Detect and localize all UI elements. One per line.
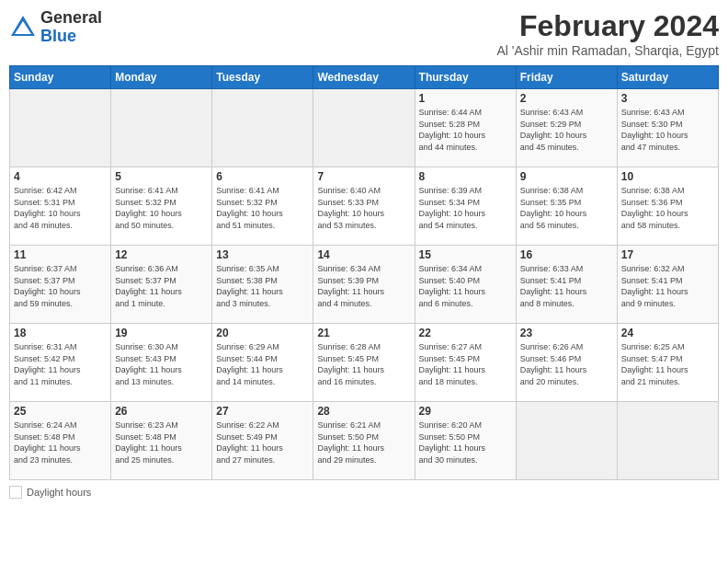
table-row: 23Sunrise: 6:26 AM Sunset: 5:46 PM Dayli… <box>516 324 617 402</box>
calendar-week-row: 25Sunrise: 6:24 AM Sunset: 5:48 PM Dayli… <box>10 402 719 480</box>
table-row: 7Sunrise: 6:40 AM Sunset: 5:33 PM Daylig… <box>313 167 415 246</box>
table-row: 22Sunrise: 6:27 AM Sunset: 5:45 PM Dayli… <box>415 324 516 402</box>
day-number: 7 <box>317 170 410 183</box>
col-monday: Monday <box>111 66 212 89</box>
table-row: 12Sunrise: 6:36 AM Sunset: 5:37 PM Dayli… <box>111 246 212 324</box>
day-info: Sunrise: 6:27 AM Sunset: 5:45 PM Dayligh… <box>419 341 512 387</box>
day-info: Sunrise: 6:36 AM Sunset: 5:37 PM Dayligh… <box>115 263 208 309</box>
col-tuesday: Tuesday <box>212 66 313 89</box>
table-row: 18Sunrise: 6:31 AM Sunset: 5:42 PM Dayli… <box>10 324 111 402</box>
day-number: 5 <box>115 170 208 183</box>
day-info: Sunrise: 6:35 AM Sunset: 5:38 PM Dayligh… <box>216 263 309 309</box>
calendar-header-row: Sunday Monday Tuesday Wednesday Thursday… <box>10 66 719 89</box>
table-row <box>10 89 111 167</box>
table-row <box>617 402 718 480</box>
table-row: 17Sunrise: 6:32 AM Sunset: 5:41 PM Dayli… <box>617 246 718 324</box>
day-number: 10 <box>621 170 714 183</box>
day-info: Sunrise: 6:41 AM Sunset: 5:32 PM Dayligh… <box>115 185 208 231</box>
day-number: 2 <box>520 92 613 105</box>
day-number: 13 <box>216 248 309 261</box>
col-saturday: Saturday <box>617 66 718 89</box>
table-row: 6Sunrise: 6:41 AM Sunset: 5:32 PM Daylig… <box>212 167 313 246</box>
col-sunday: Sunday <box>10 66 111 89</box>
day-number: 14 <box>317 248 410 261</box>
table-row: 10Sunrise: 6:38 AM Sunset: 5:36 PM Dayli… <box>617 167 718 246</box>
day-info: Sunrise: 6:41 AM Sunset: 5:32 PM Dayligh… <box>216 185 309 231</box>
calendar-week-row: 18Sunrise: 6:31 AM Sunset: 5:42 PM Dayli… <box>10 324 719 402</box>
table-row <box>212 89 313 167</box>
table-row: 20Sunrise: 6:29 AM Sunset: 5:44 PM Dayli… <box>212 324 313 402</box>
table-row: 21Sunrise: 6:28 AM Sunset: 5:45 PM Dayli… <box>313 324 415 402</box>
day-number: 8 <box>419 170 512 183</box>
table-row: 24Sunrise: 6:25 AM Sunset: 5:47 PM Dayli… <box>617 324 718 402</box>
calendar-week-row: 11Sunrise: 6:37 AM Sunset: 5:37 PM Dayli… <box>10 246 719 324</box>
day-number: 18 <box>14 327 107 339</box>
day-number: 3 <box>621 92 714 105</box>
day-info: Sunrise: 6:38 AM Sunset: 5:36 PM Dayligh… <box>621 185 714 231</box>
table-row: 2Sunrise: 6:43 AM Sunset: 5:29 PM Daylig… <box>516 89 617 167</box>
page: General Blue February 2024 Al 'Ashir min… <box>0 0 728 563</box>
day-number: 23 <box>520 327 613 339</box>
logo-general-label: General <box>40 9 102 28</box>
day-info: Sunrise: 6:20 AM Sunset: 5:50 PM Dayligh… <box>419 419 512 465</box>
day-info: Sunrise: 6:33 AM Sunset: 5:41 PM Dayligh… <box>520 263 613 309</box>
logo-icon <box>9 14 37 41</box>
table-row: 28Sunrise: 6:21 AM Sunset: 5:50 PM Dayli… <box>313 402 415 480</box>
table-row <box>111 89 212 167</box>
day-number: 21 <box>317 327 410 339</box>
day-number: 15 <box>419 248 512 261</box>
day-info: Sunrise: 6:32 AM Sunset: 5:41 PM Dayligh… <box>621 263 714 309</box>
day-info: Sunrise: 6:44 AM Sunset: 5:28 PM Dayligh… <box>419 107 512 153</box>
day-number: 6 <box>216 170 309 183</box>
location-title: Al 'Ashir min Ramadan, Sharqia, Egypt <box>496 43 719 58</box>
logo-blue-label: Blue <box>40 28 102 46</box>
day-info: Sunrise: 6:25 AM Sunset: 5:47 PM Dayligh… <box>621 341 714 387</box>
day-number: 11 <box>14 248 107 261</box>
day-info: Sunrise: 6:24 AM Sunset: 5:48 PM Dayligh… <box>14 419 107 465</box>
table-row: 29Sunrise: 6:20 AM Sunset: 5:50 PM Dayli… <box>415 402 516 480</box>
day-info: Sunrise: 6:39 AM Sunset: 5:34 PM Dayligh… <box>419 185 512 231</box>
day-info: Sunrise: 6:23 AM Sunset: 5:48 PM Dayligh… <box>115 419 208 465</box>
day-number: 17 <box>621 248 714 261</box>
day-number: 4 <box>14 170 107 183</box>
table-row: 1Sunrise: 6:44 AM Sunset: 5:28 PM Daylig… <box>415 89 516 167</box>
day-number: 25 <box>14 405 107 418</box>
table-row: 19Sunrise: 6:30 AM Sunset: 5:43 PM Dayli… <box>111 324 212 402</box>
day-number: 16 <box>520 248 613 261</box>
day-info: Sunrise: 6:37 AM Sunset: 5:37 PM Dayligh… <box>14 263 107 309</box>
day-info: Sunrise: 6:29 AM Sunset: 5:44 PM Dayligh… <box>216 341 309 387</box>
col-wednesday: Wednesday <box>313 66 415 89</box>
header: General Blue February 2024 Al 'Ashir min… <box>9 9 719 58</box>
day-info: Sunrise: 6:42 AM Sunset: 5:31 PM Dayligh… <box>14 185 107 231</box>
day-number: 29 <box>419 405 512 418</box>
day-number: 20 <box>216 327 309 339</box>
col-friday: Friday <box>516 66 617 89</box>
table-row: 26Sunrise: 6:23 AM Sunset: 5:48 PM Dayli… <box>111 402 212 480</box>
calendar-week-row: 1Sunrise: 6:44 AM Sunset: 5:28 PM Daylig… <box>10 89 719 167</box>
day-info: Sunrise: 6:21 AM Sunset: 5:50 PM Dayligh… <box>317 419 410 465</box>
table-row: 9Sunrise: 6:38 AM Sunset: 5:35 PM Daylig… <box>516 167 617 246</box>
day-number: 9 <box>520 170 613 183</box>
legend-label: Daylight hours <box>27 487 91 498</box>
day-number: 27 <box>216 405 309 418</box>
day-info: Sunrise: 6:43 AM Sunset: 5:30 PM Dayligh… <box>621 107 714 153</box>
day-number: 22 <box>419 327 512 339</box>
day-info: Sunrise: 6:43 AM Sunset: 5:29 PM Dayligh… <box>520 107 613 153</box>
day-number: 19 <box>115 327 208 339</box>
table-row: 8Sunrise: 6:39 AM Sunset: 5:34 PM Daylig… <box>415 167 516 246</box>
logo-text: General Blue <box>40 9 102 46</box>
day-info: Sunrise: 6:30 AM Sunset: 5:43 PM Dayligh… <box>115 341 208 387</box>
title-block: February 2024 Al 'Ashir min Ramadan, Sha… <box>496 9 719 58</box>
month-title: February 2024 <box>496 9 719 43</box>
day-info: Sunrise: 6:34 AM Sunset: 5:39 PM Dayligh… <box>317 263 410 309</box>
day-number: 26 <box>115 405 208 418</box>
table-row <box>313 89 415 167</box>
logo: General Blue <box>9 9 102 46</box>
table-row <box>516 402 617 480</box>
col-thursday: Thursday <box>415 66 516 89</box>
day-number: 1 <box>419 92 512 105</box>
day-info: Sunrise: 6:26 AM Sunset: 5:46 PM Dayligh… <box>520 341 613 387</box>
day-info: Sunrise: 6:38 AM Sunset: 5:35 PM Dayligh… <box>520 185 613 231</box>
day-info: Sunrise: 6:28 AM Sunset: 5:45 PM Dayligh… <box>317 341 410 387</box>
table-row: 27Sunrise: 6:22 AM Sunset: 5:49 PM Dayli… <box>212 402 313 480</box>
